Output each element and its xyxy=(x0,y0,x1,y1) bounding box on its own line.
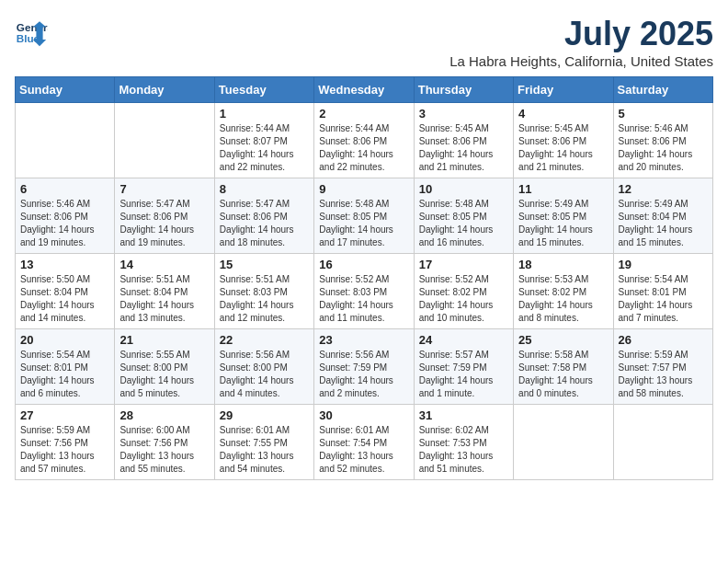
calendar-cell: 8Sunrise: 5:47 AM Sunset: 8:06 PM Daylig… xyxy=(214,178,313,254)
logo-icon: General Blue xyxy=(15,15,48,48)
day-content: Sunrise: 5:47 AM Sunset: 8:06 PM Dayligh… xyxy=(119,198,209,249)
calendar-cell: 23Sunrise: 5:56 AM Sunset: 7:59 PM Dayli… xyxy=(314,329,414,405)
calendar-cell: 4Sunrise: 5:45 AM Sunset: 8:06 PM Daylig… xyxy=(514,103,613,178)
day-content: Sunrise: 6:01 AM Sunset: 7:55 PM Dayligh… xyxy=(220,424,309,476)
calendar-cell: 25Sunrise: 5:58 AM Sunset: 7:58 PM Dayli… xyxy=(514,329,613,405)
calendar-cell xyxy=(115,103,214,178)
weekday-header-monday: Monday xyxy=(115,77,214,103)
day-content: Sunrise: 5:51 AM Sunset: 8:03 PM Dayligh… xyxy=(220,273,309,325)
week-row-4: 20Sunrise: 5:54 AM Sunset: 8:01 PM Dayli… xyxy=(16,329,713,405)
day-number: 1 xyxy=(220,107,309,121)
calendar-cell xyxy=(16,103,115,178)
weekday-header-tuesday: Tuesday xyxy=(214,77,313,103)
calendar-table: SundayMondayTuesdayWednesdayThursdayFrid… xyxy=(15,76,713,480)
day-content: Sunrise: 5:59 AM Sunset: 7:56 PM Dayligh… xyxy=(20,424,109,476)
calendar-cell: 22Sunrise: 5:56 AM Sunset: 8:00 PM Dayli… xyxy=(214,329,313,405)
day-content: Sunrise: 5:58 AM Sunset: 7:58 PM Dayligh… xyxy=(518,349,608,400)
day-number: 29 xyxy=(220,408,309,422)
week-row-2: 6Sunrise: 5:46 AM Sunset: 8:06 PM Daylig… xyxy=(16,178,713,254)
day-content: Sunrise: 5:48 AM Sunset: 8:05 PM Dayligh… xyxy=(419,198,508,249)
calendar-cell: 26Sunrise: 5:59 AM Sunset: 7:57 PM Dayli… xyxy=(613,329,712,405)
day-content: Sunrise: 5:44 AM Sunset: 8:06 PM Dayligh… xyxy=(319,122,408,174)
day-number: 23 xyxy=(319,333,408,347)
day-content: Sunrise: 6:01 AM Sunset: 7:54 PM Dayligh… xyxy=(319,424,408,476)
calendar-cell: 11Sunrise: 5:49 AM Sunset: 8:05 PM Dayli… xyxy=(514,178,613,254)
day-content: Sunrise: 5:45 AM Sunset: 8:06 PM Dayligh… xyxy=(419,122,508,174)
week-row-1: 1Sunrise: 5:44 AM Sunset: 8:07 PM Daylig… xyxy=(16,103,713,178)
day-number: 22 xyxy=(220,333,309,347)
calendar-cell: 2Sunrise: 5:44 AM Sunset: 8:06 PM Daylig… xyxy=(314,103,414,178)
day-content: Sunrise: 5:54 AM Sunset: 8:01 PM Dayligh… xyxy=(619,273,708,325)
calendar-cell: 5Sunrise: 5:46 AM Sunset: 8:06 PM Daylig… xyxy=(613,103,712,178)
calendar-cell: 10Sunrise: 5:48 AM Sunset: 8:05 PM Dayli… xyxy=(414,178,513,254)
day-number: 12 xyxy=(619,182,708,196)
day-number: 17 xyxy=(419,258,508,271)
logo: General Blue xyxy=(15,15,48,48)
weekday-header-saturday: Saturday xyxy=(613,77,712,103)
calendar-cell: 29Sunrise: 6:01 AM Sunset: 7:55 PM Dayli… xyxy=(214,405,313,480)
day-content: Sunrise: 5:50 AM Sunset: 8:04 PM Dayligh… xyxy=(20,273,109,325)
day-number: 20 xyxy=(20,333,109,347)
day-content: Sunrise: 6:02 AM Sunset: 7:53 PM Dayligh… xyxy=(419,424,508,476)
calendar-cell: 28Sunrise: 6:00 AM Sunset: 7:56 PM Dayli… xyxy=(115,405,214,480)
calendar-cell: 1Sunrise: 5:44 AM Sunset: 8:07 PM Daylig… xyxy=(214,103,313,178)
weekday-header-row: SundayMondayTuesdayWednesdayThursdayFrid… xyxy=(16,77,713,103)
day-number: 14 xyxy=(119,258,209,271)
weekday-header-friday: Friday xyxy=(514,77,613,103)
weekday-header-thursday: Thursday xyxy=(414,77,513,103)
day-content: Sunrise: 5:56 AM Sunset: 8:00 PM Dayligh… xyxy=(220,349,309,400)
week-row-5: 27Sunrise: 5:59 AM Sunset: 7:56 PM Dayli… xyxy=(16,405,713,480)
day-number: 26 xyxy=(619,333,708,347)
day-number: 7 xyxy=(119,182,209,196)
day-content: Sunrise: 5:48 AM Sunset: 8:05 PM Dayligh… xyxy=(319,198,408,249)
calendar-cell: 13Sunrise: 5:50 AM Sunset: 8:04 PM Dayli… xyxy=(16,254,115,329)
day-content: Sunrise: 5:52 AM Sunset: 8:03 PM Dayligh… xyxy=(319,273,408,325)
calendar-cell xyxy=(514,405,613,480)
calendar-cell: 30Sunrise: 6:01 AM Sunset: 7:54 PM Dayli… xyxy=(314,405,414,480)
day-number: 2 xyxy=(319,107,408,121)
calendar-cell: 12Sunrise: 5:49 AM Sunset: 8:04 PM Dayli… xyxy=(613,178,712,254)
calendar-cell xyxy=(613,405,712,480)
day-content: Sunrise: 5:53 AM Sunset: 8:02 PM Dayligh… xyxy=(518,273,608,325)
day-content: Sunrise: 5:44 AM Sunset: 8:07 PM Dayligh… xyxy=(220,122,309,174)
day-number: 11 xyxy=(518,182,608,196)
day-content: Sunrise: 5:57 AM Sunset: 7:59 PM Dayligh… xyxy=(419,349,508,400)
calendar-cell: 16Sunrise: 5:52 AM Sunset: 8:03 PM Dayli… xyxy=(314,254,414,329)
calendar-cell: 31Sunrise: 6:02 AM Sunset: 7:53 PM Dayli… xyxy=(414,405,513,480)
day-content: Sunrise: 5:52 AM Sunset: 8:02 PM Dayligh… xyxy=(419,273,508,325)
day-number: 5 xyxy=(619,107,708,121)
calendar-cell: 9Sunrise: 5:48 AM Sunset: 8:05 PM Daylig… xyxy=(314,178,414,254)
day-number: 8 xyxy=(220,182,309,196)
calendar-cell: 27Sunrise: 5:59 AM Sunset: 7:56 PM Dayli… xyxy=(16,405,115,480)
day-content: Sunrise: 5:54 AM Sunset: 8:01 PM Dayligh… xyxy=(20,349,109,400)
day-content: Sunrise: 5:45 AM Sunset: 8:06 PM Dayligh… xyxy=(518,122,608,174)
day-number: 6 xyxy=(20,182,109,196)
calendar-cell: 24Sunrise: 5:57 AM Sunset: 7:59 PM Dayli… xyxy=(414,329,513,405)
day-content: Sunrise: 5:46 AM Sunset: 8:06 PM Dayligh… xyxy=(20,198,109,249)
day-number: 28 xyxy=(119,408,209,422)
month-title: July 2025 xyxy=(449,15,713,53)
day-content: Sunrise: 5:47 AM Sunset: 8:06 PM Dayligh… xyxy=(220,198,309,249)
day-number: 18 xyxy=(518,258,608,271)
day-number: 9 xyxy=(319,182,408,196)
calendar-cell: 21Sunrise: 5:55 AM Sunset: 8:00 PM Dayli… xyxy=(115,329,214,405)
calendar-cell: 17Sunrise: 5:52 AM Sunset: 8:02 PM Dayli… xyxy=(414,254,513,329)
calendar-cell: 19Sunrise: 5:54 AM Sunset: 8:01 PM Dayli… xyxy=(613,254,712,329)
day-number: 19 xyxy=(619,258,708,271)
day-content: Sunrise: 5:56 AM Sunset: 7:59 PM Dayligh… xyxy=(319,349,408,400)
weekday-header-wednesday: Wednesday xyxy=(314,77,414,103)
calendar-cell: 14Sunrise: 5:51 AM Sunset: 8:04 PM Dayli… xyxy=(115,254,214,329)
calendar-cell: 18Sunrise: 5:53 AM Sunset: 8:02 PM Dayli… xyxy=(514,254,613,329)
day-content: Sunrise: 5:55 AM Sunset: 8:00 PM Dayligh… xyxy=(119,349,209,400)
day-content: Sunrise: 6:00 AM Sunset: 7:56 PM Dayligh… xyxy=(119,424,209,476)
day-number: 21 xyxy=(119,333,209,347)
location-title: La Habra Heights, California, United Sta… xyxy=(449,53,713,69)
day-number: 31 xyxy=(419,408,508,422)
page-header: General Blue July 2025 La Habra Heights,… xyxy=(15,15,713,69)
day-content: Sunrise: 5:46 AM Sunset: 8:06 PM Dayligh… xyxy=(619,122,708,174)
day-content: Sunrise: 5:49 AM Sunset: 8:04 PM Dayligh… xyxy=(619,198,708,249)
day-content: Sunrise: 5:59 AM Sunset: 7:57 PM Dayligh… xyxy=(619,349,708,400)
day-number: 27 xyxy=(20,408,109,422)
day-number: 15 xyxy=(220,258,309,271)
day-number: 10 xyxy=(419,182,508,196)
